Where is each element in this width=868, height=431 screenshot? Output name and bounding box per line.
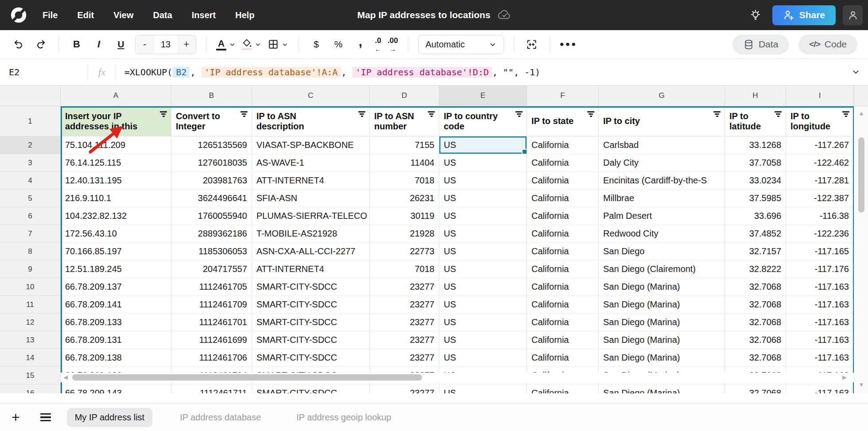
cell-C12[interactable]: SMART-CITY-SDCC — [252, 314, 370, 331]
cell-A10[interactable]: 66.78.209.137 — [61, 278, 171, 296]
redo-button[interactable] — [33, 35, 49, 53]
cell-G8[interactable]: San Diego — [599, 243, 725, 260]
cell-D13[interactable]: 23277 — [370, 331, 439, 349]
row-number-16[interactable]: 16 — [0, 384, 61, 393]
cell-D9[interactable]: 7018 — [370, 260, 439, 278]
cell-H2[interactable]: 33.1268 — [725, 136, 786, 154]
column-header-C[interactable]: C — [252, 85, 370, 106]
cell-H16[interactable]: 32.7068 — [725, 384, 786, 393]
cell-E12[interactable]: US — [439, 314, 527, 331]
cell-H9[interactable]: 32.8222 — [725, 260, 786, 278]
currency-format-button[interactable]: $ — [308, 35, 324, 53]
cell-I9[interactable]: -117.176 — [786, 260, 854, 278]
cell-D6[interactable]: 30119 — [370, 207, 439, 225]
cell-C6[interactable]: PLUMAS-SIERRA-TELECO — [252, 207, 370, 225]
column-header-G[interactable]: G — [599, 85, 725, 106]
filter-icon[interactable] — [358, 111, 365, 117]
scroll-right-arrow[interactable]: ▶ — [842, 374, 847, 381]
italic-button[interactable]: I — [91, 35, 107, 53]
cell-D14[interactable]: 23277 — [370, 349, 439, 367]
cell-E5[interactable]: US — [439, 190, 527, 207]
cell-A8[interactable]: 70.166.85.197 — [61, 243, 171, 260]
cell-G7[interactable]: Redwood City — [599, 225, 725, 243]
cell-H14[interactable]: 32.7068 — [725, 349, 786, 367]
sheet-tab[interactable]: IP address database — [172, 408, 269, 427]
cell-C2[interactable]: VIASAT-SP-BACKBONE — [252, 136, 370, 154]
cell-C8[interactable]: ASN-CXA-ALL-CCI-2277 — [252, 243, 370, 260]
header-cell-I1[interactable]: IP to longitude — [786, 106, 854, 136]
share-button[interactable]: Share — [772, 5, 836, 25]
row-number-10[interactable]: 10 — [0, 278, 61, 296]
cell-H10[interactable]: 32.7068 — [725, 278, 786, 296]
fill-color-button[interactable] — [242, 39, 261, 50]
cell-A9[interactable]: 12.51.189.245 — [61, 260, 171, 278]
cell-F8[interactable]: California — [527, 243, 599, 260]
header-cell-A1[interactable]: Insert your IP addresses in this — [61, 106, 171, 136]
cell-E2[interactable]: US — [439, 136, 527, 154]
row-number-3[interactable]: 3 — [0, 154, 61, 172]
cell-E7[interactable]: US — [439, 225, 527, 243]
filter-icon[interactable] — [713, 111, 721, 117]
cell-A12[interactable]: 66.78.209.133 — [61, 314, 171, 331]
header-cell-H1[interactable]: IP to latitude — [725, 106, 786, 136]
comma-format-button[interactable]: , — [353, 35, 368, 53]
cell-F11[interactable]: California — [527, 296, 599, 314]
cell-G16[interactable]: San Diego (Marina) — [599, 384, 725, 393]
cell-C5[interactable]: SFIA-ASN — [252, 190, 370, 207]
font-size-value[interactable]: 13 — [154, 35, 177, 54]
cell-D3[interactable]: 11404 — [370, 154, 439, 172]
filter-icon[interactable] — [775, 111, 782, 117]
cell-F3[interactable]: California — [527, 154, 599, 172]
percent-format-button[interactable]: % — [330, 35, 346, 53]
lightbulb-icon[interactable] — [746, 5, 765, 25]
menu-help[interactable]: Help — [235, 10, 254, 20]
increase-decimal-button[interactable]: .00 → — [388, 37, 398, 52]
cell-B8[interactable]: 1185306053 — [171, 243, 252, 260]
row-number-13[interactable]: 13 — [0, 331, 61, 349]
cell-A5[interactable]: 216.9.110.1 — [61, 190, 171, 207]
row-number-5[interactable]: 5 — [0, 190, 61, 207]
document-title[interactable]: Map IP addresses to locations — [357, 10, 491, 20]
cell-A3[interactable]: 76.14.125.115 — [61, 154, 171, 172]
cell-H6[interactable]: 33.696 — [725, 207, 786, 225]
cell-G11[interactable]: San Diego (Marina) — [599, 296, 725, 314]
cell-F6[interactable]: California — [527, 207, 599, 225]
cell-B2[interactable]: 1265135569 — [171, 136, 252, 154]
column-header-F[interactable]: F — [527, 85, 599, 106]
more-options-button[interactable]: ●●● — [560, 35, 577, 53]
cell-D2[interactable]: 7155 — [370, 136, 439, 154]
column-header-A[interactable]: A — [61, 85, 171, 106]
cell-G12[interactable]: San Diego (Marina) — [599, 314, 725, 331]
cell-E14[interactable]: US — [439, 349, 527, 367]
cell-H11[interactable]: 32.7068 — [725, 296, 786, 314]
cell-H12[interactable]: 32.7068 — [725, 314, 786, 331]
row-number-7[interactable]: 7 — [0, 225, 61, 243]
cell-C14[interactable]: SMART-CITY-SDCC — [252, 349, 370, 367]
cell-D12[interactable]: 23277 — [370, 314, 439, 331]
merge-cells-button[interactable] — [524, 35, 540, 53]
filter-icon[interactable] — [160, 111, 167, 117]
cell-G13[interactable]: San Diego (Marina) — [599, 331, 725, 349]
menu-file[interactable]: File — [43, 10, 58, 20]
cell-B7[interactable]: 2889362186 — [171, 225, 252, 243]
cell-F12[interactable]: California — [527, 314, 599, 331]
cell-reference-box[interactable]: E2 — [0, 67, 88, 78]
cell-G4[interactable]: Encinitas (Cardiff-by-the-S — [599, 172, 725, 190]
cell-I3[interactable]: -122.462 — [786, 154, 854, 172]
cell-E8[interactable]: US — [439, 243, 527, 260]
cell-G3[interactable]: Daly City — [599, 154, 725, 172]
cell-A13[interactable]: 66.78.209.131 — [61, 331, 171, 349]
scroll-down-arrow[interactable]: ▼ — [854, 381, 868, 388]
number-format-select[interactable]: Automatic — [418, 35, 504, 54]
data-panel-button[interactable]: Data — [732, 35, 789, 54]
column-header-E[interactable]: E — [439, 85, 527, 106]
row-number-4[interactable]: 4 — [0, 172, 61, 190]
header-cell-C1[interactable]: IP to ASN description — [252, 106, 370, 136]
column-header-D[interactable]: D — [370, 85, 439, 106]
cell-H13[interactable]: 32.7068 — [725, 331, 786, 349]
horizontal-scroll-thumb[interactable] — [72, 374, 422, 381]
bold-button[interactable]: B — [69, 35, 85, 53]
sheet-list-icon[interactable] — [40, 413, 51, 422]
code-panel-button[interactable]: </> Code — [798, 35, 857, 54]
cell-C10[interactable]: SMART-CITY-SDCC — [252, 278, 370, 296]
